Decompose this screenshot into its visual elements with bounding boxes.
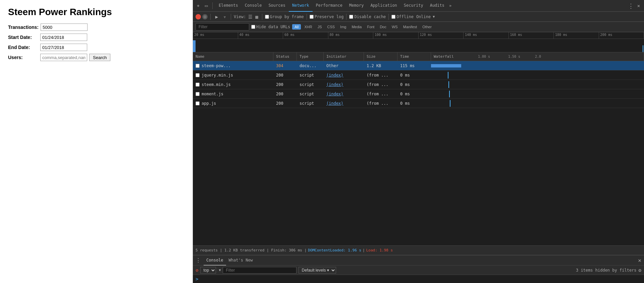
filter-input[interactable] xyxy=(196,23,249,31)
camera-icon[interactable]: ▶ xyxy=(213,13,220,20)
grid-view-icon[interactable]: ▦ xyxy=(254,14,259,20)
online-dropdown[interactable]: ▼ xyxy=(433,15,435,18)
row-checkbox[interactable] xyxy=(196,64,200,68)
tab-application[interactable]: Application xyxy=(367,0,400,12)
cell-initiator: Other xyxy=(324,61,364,70)
tab-performance[interactable]: Performance xyxy=(313,0,346,12)
hidden-items: 3 items hidden by filters xyxy=(576,268,637,273)
tab-memory[interactable]: Memory xyxy=(346,0,367,12)
cell-name: steem-pow... xyxy=(193,61,273,70)
ruler-tick-80ms: 80 ms xyxy=(328,32,374,39)
status-separator: | xyxy=(363,248,365,252)
close-icon[interactable]: ✕ xyxy=(635,2,642,9)
cell-waterfall xyxy=(431,70,644,80)
cell-type: docu... xyxy=(297,61,324,70)
filter-img-btn[interactable]: Img xyxy=(338,25,348,29)
preserve-log-checkbox[interactable] xyxy=(310,15,314,19)
cell-type: script xyxy=(297,89,324,98)
tab-elements[interactable]: Elements xyxy=(215,0,241,12)
group-by-frame-label: Group by frame xyxy=(270,14,304,19)
console-prompt[interactable]: > xyxy=(196,276,198,282)
cell-name: moment.js xyxy=(193,89,273,98)
cell-size: (from ... xyxy=(364,99,397,108)
clear-button[interactable]: ○ xyxy=(202,14,208,19)
cell-name: jquery.min.js xyxy=(193,70,273,80)
row-checkbox[interactable] xyxy=(196,92,200,96)
tab-network[interactable]: Network xyxy=(289,0,313,12)
filter-font-btn[interactable]: Font xyxy=(365,25,376,29)
hide-data-urls-checkbox[interactable] xyxy=(251,25,255,29)
search-button[interactable]: Search xyxy=(89,54,110,61)
filter-js-btn[interactable]: JS xyxy=(316,25,324,29)
cell-time: 0 ms xyxy=(397,80,431,89)
devtools-menu-dots[interactable]: ⋮ xyxy=(628,2,634,9)
row-checkbox[interactable] xyxy=(196,73,200,77)
network-toolbar: ○ ▶ ▿ View: ☰ ▦ Group by frame Preserve … xyxy=(193,12,644,22)
ruler-tick-60ms: 60 ms xyxy=(283,32,328,39)
table-row[interactable]: steem.min.js 200 script (index) (from ..… xyxy=(193,80,644,89)
timeline-marker xyxy=(643,45,643,52)
device-icon[interactable]: ▭ xyxy=(203,2,210,9)
record-button[interactable] xyxy=(196,14,201,19)
offline-group: Offline xyxy=(391,14,414,19)
disable-cache-checkbox[interactable] xyxy=(349,15,353,19)
context-selector[interactable]: top xyxy=(200,267,216,274)
group-by-frame-checkbox[interactable] xyxy=(265,15,269,19)
preserve-log-label: Preserve log xyxy=(315,14,344,19)
network-table: Name Status Type Initiator Size Time Wat… xyxy=(193,52,644,245)
cell-initiator: (index) xyxy=(324,99,364,108)
cell-size: (from ... xyxy=(364,80,397,89)
context-dropdown[interactable]: ▼ xyxy=(219,268,221,272)
table-header: Name Status Type Initiator Size Time Wat… xyxy=(193,52,644,61)
preserve-log-group: Preserve log xyxy=(310,14,344,19)
ruler-tick-40ms: 40 ms xyxy=(238,32,283,39)
cell-type: script xyxy=(297,99,324,108)
tab-whats-new[interactable]: What's New xyxy=(226,255,256,266)
table-row[interactable]: app.js 200 script (index) (from ... 0 ms xyxy=(193,99,644,108)
tab-more[interactable]: » xyxy=(449,3,451,8)
tab-console-bottom[interactable]: Console xyxy=(204,255,226,266)
row-checkbox[interactable] xyxy=(196,83,200,87)
table-row[interactable]: moment.js 200 script (index) (from ... 0… xyxy=(193,89,644,99)
cell-status: 200 xyxy=(273,80,297,89)
transactions-row: Transactions: xyxy=(8,23,184,31)
end-date-input[interactable] xyxy=(40,44,87,51)
tab-sources[interactable]: Sources xyxy=(265,0,289,12)
tab-console[interactable]: Console xyxy=(241,0,265,12)
filter-media-btn[interactable]: Media xyxy=(350,25,364,29)
no-entry-icon[interactable]: ⊘ xyxy=(196,268,198,273)
filter-css-btn[interactable]: CSS xyxy=(325,25,337,29)
cursor-icon[interactable]: ⌖ xyxy=(195,2,202,9)
timeline-chart[interactable] xyxy=(193,39,644,52)
filter-icon[interactable]: ▿ xyxy=(221,13,228,20)
console-close-button[interactable]: ✕ xyxy=(638,257,641,264)
offline-checkbox[interactable] xyxy=(391,15,395,19)
table-row[interactable]: steem-pow... 304 docu... Other 1.2 KB 11… xyxy=(193,61,644,70)
users-input[interactable] xyxy=(40,54,87,61)
cell-waterfall xyxy=(431,80,644,89)
filter-other-btn[interactable]: Other xyxy=(420,25,434,29)
tab-audits[interactable]: Audits xyxy=(427,0,448,12)
start-date-input[interactable] xyxy=(40,34,87,41)
group-by-frame-group: Group by frame xyxy=(265,14,304,19)
filter-ws-btn[interactable]: WS xyxy=(390,25,400,29)
console-menu-dots[interactable]: ⋮ xyxy=(196,257,201,264)
cell-name: steem.min.js xyxy=(193,80,273,89)
console-filter-input[interactable] xyxy=(223,267,297,274)
filter-doc-btn[interactable]: Doc xyxy=(378,25,388,29)
tab-security[interactable]: Security xyxy=(400,0,427,12)
filter-all-btn[interactable]: All xyxy=(292,24,301,30)
view-label: View: xyxy=(234,14,246,19)
ruler-tick-20ms: 20 ms xyxy=(193,32,238,39)
levels-selector[interactable]: Default levels ▾ xyxy=(299,267,336,274)
filter-manifest-btn[interactable]: Manifest xyxy=(401,25,419,29)
console-tab-bar: ⋮ Console What's New ✕ xyxy=(193,255,644,266)
console-settings-icon[interactable]: ⚙ xyxy=(639,268,641,273)
filter-xhr-btn[interactable]: XHR xyxy=(302,25,314,29)
transactions-input[interactable] xyxy=(41,23,88,31)
start-date-label: Start Date: xyxy=(8,35,38,40)
row-checkbox[interactable] xyxy=(196,101,200,105)
table-row[interactable]: jquery.min.js 200 script (index) (from .… xyxy=(193,70,644,80)
list-view-icon[interactable]: ☰ xyxy=(247,14,254,20)
cell-size: (from ... xyxy=(364,70,397,80)
